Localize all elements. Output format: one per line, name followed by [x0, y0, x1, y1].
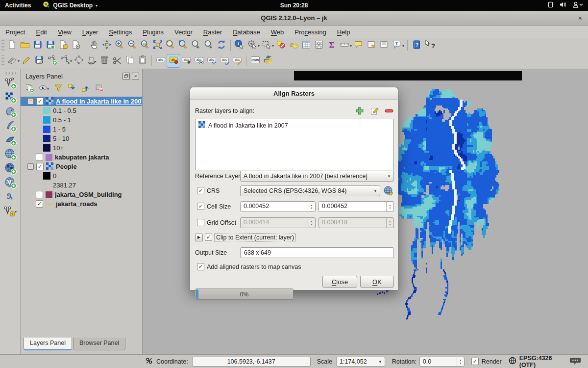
menu-settings[interactable]: Settings	[103, 28, 137, 36]
remove-layer-button[interactable]	[95, 83, 104, 95]
rotation-spinner[interactable]: 0.0▴▾	[419, 357, 465, 367]
label-move-button[interactable]: abc	[205, 54, 218, 67]
layer-tree-item[interactable]: ✓jakarta_roads	[21, 199, 142, 209]
tab-browser-panel[interactable]: Browser Panel	[73, 338, 125, 350]
volume-icon[interactable]	[560, 1, 566, 9]
new-shapefile-button[interactable]: ▾	[3, 205, 18, 219]
statistics-button[interactable]: Σ	[325, 39, 338, 52]
reference-layer-select[interactable]: A flood in Jakarta like in 2007 [best re…	[240, 171, 394, 182]
map-refresh-button[interactable]	[215, 39, 228, 52]
feature-action-button[interactable]	[246, 39, 259, 52]
scale-select[interactable]: 1:174,052▾	[336, 357, 385, 367]
user-menu-icon[interactable]	[572, 1, 583, 9]
csw-button[interactable]: CSW	[249, 54, 262, 67]
coordinate-capture-icon[interactable]	[145, 357, 153, 366]
expander-icon[interactable]: −	[27, 98, 34, 105]
delete-selected-button[interactable]	[98, 54, 111, 67]
add-delimited-layer-button[interactable]: 9,	[3, 190, 18, 205]
activities-button[interactable]: Activities	[5, 2, 31, 9]
pan-to-selection-button[interactable]	[100, 39, 113, 52]
toggle-editing-button[interactable]	[20, 54, 33, 67]
zoom-next-button[interactable]	[202, 39, 215, 52]
zoom-to-layer-button[interactable]	[177, 39, 190, 52]
new-composer-button[interactable]	[57, 39, 70, 52]
menu-web[interactable]: Web	[266, 28, 290, 36]
clip-extent-expander[interactable]: ▶	[195, 234, 203, 241]
bookmark-new-button[interactable]	[365, 39, 378, 52]
layer-tree-item[interactable]: −✓People	[21, 162, 142, 171]
cell-size-y-spinner[interactable]: 0.000452▴▾	[318, 201, 394, 212]
add-vector-layer-button[interactable]	[3, 77, 18, 91]
crs-status-icon[interactable]	[509, 357, 516, 366]
crs-checkbox[interactable]: ✓	[197, 187, 204, 194]
layer-tree-item[interactable]: 0	[21, 171, 142, 181]
window-title-bar[interactable]: QGIS 2.12.0–Lyon – jk ×	[0, 11, 588, 26]
add-feature-button[interactable]	[46, 54, 58, 67]
app-menu-button[interactable]: QGIS Desktop ▾	[43, 1, 98, 10]
deselect-all-button[interactable]	[274, 39, 287, 52]
zoom-to-selection-button[interactable]	[164, 39, 177, 52]
add-to-canvas-checkbox[interactable]: ✓	[197, 263, 204, 270]
pin-labels-button[interactable]: abc	[180, 54, 193, 67]
zoom-out-button[interactable]	[126, 39, 139, 52]
project-save-as-button[interactable]	[44, 39, 57, 52]
add-raster-button[interactable]	[355, 106, 365, 117]
zoom-full-button[interactable]	[151, 39, 164, 52]
layer-checkbox[interactable]: ✓	[36, 163, 44, 170]
menu-edit[interactable]: Edit	[30, 28, 52, 36]
layer-tree-item[interactable]: 0.5 - 1	[21, 115, 142, 125]
label-visibility-button[interactable]: abc	[193, 54, 205, 67]
layer-tree-item[interactable]: −✓A flood in Jakarta like in 2007	[21, 97, 142, 106]
menu-layer[interactable]: Layer	[77, 28, 104, 36]
layer-tree-item[interactable]: jakarta_OSM_building	[21, 190, 142, 199]
grid-offset-y-spinner[interactable]: 0.000418▴▾	[318, 217, 394, 228]
window-close-button[interactable]: ×	[578, 14, 582, 22]
map-tips-button[interactable]	[352, 39, 365, 52]
collapse-all-button[interactable]	[81, 83, 91, 95]
dialog-title-bar[interactable]: Align Rasters	[190, 87, 398, 100]
select-expression-button[interactable]: ε	[287, 39, 300, 52]
add-wfs-layer-button[interactable]	[3, 176, 18, 190]
cell-size-x-spinner[interactable]: 0.000452▴▾	[240, 201, 316, 212]
label-change-button[interactable]: abc	[231, 54, 244, 67]
label-abc-button[interactable]: abc	[154, 54, 167, 67]
layer-tree-item[interactable]: 2381.27	[21, 181, 142, 190]
zoom-native-button[interactable]: 1:1	[139, 39, 151, 52]
menu-view[interactable]: View	[52, 28, 77, 36]
zoom-last-button[interactable]	[190, 39, 202, 52]
project-new-button[interactable]	[6, 39, 19, 52]
layer-checkbox[interactable]: ✓	[36, 200, 43, 208]
menu-plugins[interactable]: Plugins	[137, 28, 169, 36]
menu-vector[interactable]: Vector	[169, 28, 198, 36]
menu-processing[interactable]: Processing	[289, 28, 331, 36]
expand-all-button[interactable]	[67, 83, 77, 95]
project-save-button[interactable]	[31, 39, 44, 52]
crs-status-label[interactable]: EPSG:4326 (OTF)	[519, 355, 569, 368]
layer-checkbox[interactable]: ✓	[36, 98, 44, 105]
layer-tree-item[interactable]: 0.1 - 0.5	[21, 106, 142, 115]
output-size-field[interactable]: 638 x 649	[240, 247, 394, 258]
messages-button[interactable]	[569, 357, 581, 367]
add-raster-layer-button[interactable]	[3, 91, 18, 105]
current-edits-button[interactable]	[6, 54, 19, 67]
python-button[interactable]	[262, 54, 274, 67]
attribute-table-button[interactable]	[300, 39, 313, 52]
add-spatialite-layer-button[interactable]	[3, 119, 18, 133]
panel-close-button[interactable]: ✕	[132, 73, 139, 80]
add-wcs-layer-button[interactable]	[3, 162, 18, 176]
zoom-in-button[interactable]	[113, 39, 126, 52]
layer-checkbox[interactable]	[36, 191, 43, 198]
edit-raster-button[interactable]	[369, 106, 379, 117]
whats-this-button[interactable]: ?	[423, 39, 436, 52]
select-crs-button[interactable]	[383, 185, 394, 198]
screen-icon[interactable]	[547, 1, 554, 9]
identify-button[interactable]: i	[233, 39, 246, 52]
remove-raster-button[interactable]	[384, 107, 394, 116]
cell-size-checkbox[interactable]: ✓	[197, 203, 204, 210]
add-postgis-layer-button[interactable]	[3, 105, 18, 119]
expander-icon[interactable]: −	[27, 163, 34, 170]
raster-layers-list[interactable]: A flood in Jakarta like in 2007	[195, 119, 394, 170]
tab-layers-panel[interactable]: Layers Panel	[24, 338, 72, 350]
measure-button[interactable]	[338, 39, 351, 52]
menu-raster[interactable]: Raster	[198, 28, 227, 36]
